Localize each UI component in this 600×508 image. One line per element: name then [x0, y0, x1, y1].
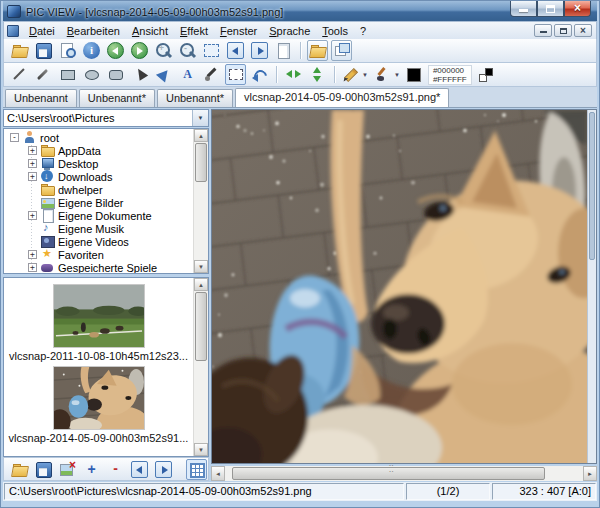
tree-scrollbar[interactable] [193, 129, 208, 273]
thumbnail-item[interactable]: vlcsnap-2011-10-08-10h45m12s23... [4, 284, 193, 362]
image-horizontal-scrollbar[interactable] [211, 466, 597, 481]
tree-item-appdata[interactable]: +AppData [6, 144, 193, 157]
mdi-close-button[interactable]: × [574, 24, 592, 37]
scrollbar-thumb[interactable] [232, 467, 545, 480]
tab-document[interactable]: Unbenannt [5, 89, 77, 107]
thumbnail-item[interactable]: vlcsnap-2014-05-09-00h03m52s91... [4, 366, 193, 444]
scrollbar-track[interactable] [194, 291, 208, 443]
titlebar[interactable]: PIC VIEW - [vlcsnap-2014-05-09-00h03m52s… [3, 1, 597, 21]
scrollbar-track[interactable] [194, 142, 208, 260]
print-preview-button[interactable] [57, 40, 78, 61]
menu-item-tools[interactable]: Tools [316, 23, 354, 39]
dropdown-caret-icon[interactable]: ▼ [394, 72, 400, 78]
flip-h-button[interactable] [283, 64, 304, 85]
remove-button[interactable]: - [105, 459, 126, 480]
rounded-rect-button[interactable] [105, 64, 126, 85]
tab-active-document[interactable]: vlcsnap-2014-05-09-00h03m52s91.png* [235, 88, 449, 107]
menu-item-ansicht[interactable]: Ansicht [126, 23, 174, 39]
scroll-down-button[interactable] [194, 443, 208, 456]
image-vertical-scrollbar[interactable] [587, 110, 596, 463]
tree-item-dwhelper[interactable]: dwhelper [6, 183, 193, 196]
fit-window-button[interactable] [201, 40, 222, 61]
thumbnail-image-dog-scene[interactable] [53, 366, 145, 430]
mdi-minimize-button[interactable] [534, 24, 552, 37]
brush-button[interactable]: ▼ [373, 64, 402, 85]
browse-folder-button[interactable] [307, 40, 328, 61]
menu-item-datei[interactable]: Datei [23, 23, 61, 39]
text-button[interactable]: A [177, 64, 198, 85]
tree-expander-icon[interactable]: + [28, 172, 37, 181]
zoom-out-button[interactable]: - [177, 40, 198, 61]
rotate-left-button[interactable] [105, 40, 126, 61]
tree-item-desktop[interactable]: +Desktop [6, 157, 193, 170]
shape-arrow-button[interactable] [153, 64, 174, 85]
select-button[interactable] [225, 64, 246, 85]
tree-expander-icon[interactable]: + [28, 263, 37, 272]
color-swatch-button[interactable] [405, 66, 423, 84]
tree-item-gespeicherte-spiele[interactable]: +Gespeicherte Spiele [6, 261, 193, 273]
undo-button[interactable] [249, 64, 270, 85]
menu-item-fenster[interactable]: Fenster [214, 23, 263, 39]
open-folder-button[interactable] [9, 40, 30, 61]
tree-item-eigene-videos[interactable]: Eigene Videos [6, 235, 193, 248]
open-folder-button[interactable] [9, 459, 30, 480]
info-button[interactable]: i [81, 40, 102, 61]
menu-item-bearbeiten[interactable]: Bearbeiten [61, 23, 126, 39]
menu-item-[interactable]: ? [354, 23, 372, 39]
combobox-dropdown-button[interactable] [192, 110, 208, 126]
dual-view-button[interactable] [331, 40, 352, 61]
image-canvas[interactable] [211, 109, 597, 464]
tree-item-root[interactable]: -root [6, 131, 193, 144]
rotate-right-button[interactable] [129, 40, 150, 61]
scroll-right-button[interactable] [583, 466, 597, 481]
tab-document[interactable]: Unbenannt* [79, 89, 155, 107]
tree-item-eigene-dokumente[interactable]: +Eigene Dokumente [6, 209, 193, 222]
tree-item-eigene-musik[interactable]: Eigene Musik [6, 222, 193, 235]
scroll-up-button[interactable] [194, 129, 208, 142]
dropdown-caret-icon[interactable]: ▼ [362, 72, 368, 78]
move-shape-button[interactable] [129, 64, 150, 85]
path-combobox[interactable]: C:\Users\root\Pictures [3, 109, 209, 127]
next-image-button[interactable] [153, 459, 174, 480]
menu-item-sprache[interactable]: Sprache [263, 23, 316, 39]
grid-view-button[interactable] [186, 459, 207, 480]
pipette-button[interactable] [201, 64, 222, 85]
save-button[interactable] [33, 40, 54, 61]
pencil-line-button[interactable] [33, 64, 54, 85]
scrollbar-track[interactable] [225, 466, 583, 481]
close-button[interactable]: × [564, 1, 591, 17]
tree-expander-icon[interactable]: + [28, 146, 37, 155]
scrollbar-thumb[interactable] [589, 112, 595, 260]
pencil-button[interactable]: ▼ [341, 64, 370, 85]
next-image-button[interactable] [249, 40, 270, 61]
scrollbar-thumb[interactable] [195, 292, 207, 361]
tree-expander-icon[interactable]: + [28, 250, 37, 259]
line-button[interactable] [9, 64, 30, 85]
thumbnail-image-field-scene[interactable] [53, 284, 145, 348]
tree-expander-icon[interactable]: + [28, 211, 37, 220]
delete-image-button[interactable] [57, 459, 78, 480]
tree-item-favoriten[interactable]: +Favoriten [6, 248, 193, 261]
prev-image-button[interactable] [129, 459, 150, 480]
tree-item-eigene-bilder[interactable]: Eigene Bilder [6, 196, 193, 209]
add-button[interactable]: + [81, 459, 102, 480]
scroll-left-button[interactable] [211, 466, 225, 481]
swap-colors-button[interactable] [475, 64, 496, 85]
maximize-button[interactable] [537, 1, 564, 17]
tree-item-downloads[interactable]: +Downloads [6, 170, 193, 183]
new-page-button[interactable] [273, 40, 294, 61]
scrollbar-thumb[interactable] [195, 143, 207, 182]
scroll-up-button[interactable] [194, 278, 208, 291]
prev-image-button[interactable] [225, 40, 246, 61]
scroll-down-button[interactable] [194, 260, 208, 273]
tree-expander-icon[interactable]: + [28, 159, 37, 168]
tab-document[interactable]: Unbenannt* [157, 89, 233, 107]
tree-expander-icon[interactable]: - [10, 133, 19, 142]
minimize-button[interactable] [510, 1, 537, 17]
flip-v-button[interactable] [307, 64, 328, 85]
zoom-in-button[interactable]: + [153, 40, 174, 61]
rect-button[interactable] [57, 64, 78, 85]
ellipse-button[interactable] [81, 64, 102, 85]
save-button[interactable] [33, 459, 54, 480]
mdi-restore-button[interactable] [554, 24, 572, 37]
